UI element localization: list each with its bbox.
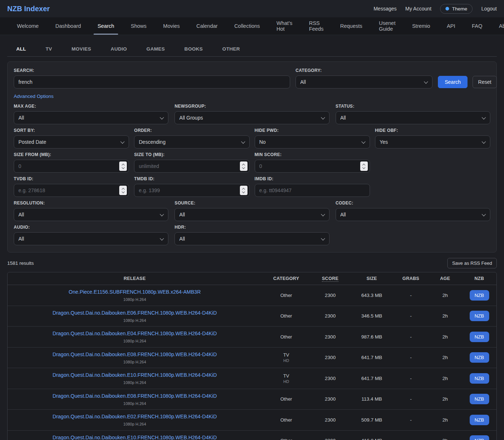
my-account-link[interactable]: My Account [405, 6, 431, 12]
category-tab[interactable]: GAMES [137, 43, 174, 56]
size-cell: 113.4 MB [350, 396, 394, 402]
number-stepper-icon[interactable] [119, 161, 127, 171]
min-score-input[interactable] [255, 160, 370, 173]
size-from-field-group: SIZE FROM (MB): [14, 152, 129, 173]
tmdb-id-input[interactable] [134, 184, 249, 197]
table-row: Dragon.Quest.Dai.no.Daibouken.E04.FRENCH… [8, 327, 496, 348]
nzb-cell: NZB [462, 352, 496, 363]
release-link[interactable]: One.Piece.E1156.SUBFRENCH.1080p.WEB.x264… [69, 289, 201, 295]
grabs-cell: - [394, 438, 428, 440]
release-link[interactable]: Dragon.Quest.Dai.no.Daibouken.E04.FRENCH… [53, 331, 217, 336]
size-from-input[interactable] [14, 160, 129, 173]
release-link[interactable]: Dragon.Quest.Dai.no.Daibouken.E08.FRENCH… [53, 351, 217, 357]
source-select[interactable]: All [175, 208, 329, 221]
order-field-group: ORDER: Descending [134, 128, 249, 148]
newsgroup-select[interactable]: All Groups [175, 111, 329, 124]
category-tab[interactable]: MOVIES [63, 43, 100, 56]
messages-link[interactable]: Messages [374, 6, 397, 12]
number-stepper-icon[interactable] [240, 186, 247, 195]
imdb-id-input[interactable] [255, 184, 370, 197]
category-tab[interactable]: ALL [7, 43, 35, 56]
category-tab[interactable]: AUDIO [102, 43, 136, 56]
nav-item[interactable]: Requests [333, 17, 369, 35]
max-age-label: MAX AGE: [14, 104, 168, 109]
size-cell: 987.6 MB [350, 334, 394, 340]
category-tab[interactable]: OTHER [213, 43, 249, 56]
table-row: Dragon.Quest.Dai.no.Daibouken.E02.FRENCH… [8, 410, 496, 431]
release-link[interactable]: Dragon.Quest.Dai.no.Daibouken.E06.FRENCH… [53, 310, 217, 316]
status-field-group: STATUS: All [336, 104, 490, 124]
nzb-download-button[interactable]: NZB [470, 290, 489, 301]
nav-item[interactable]: API [440, 17, 462, 35]
logout-link[interactable]: Logout [481, 6, 497, 12]
codec-select[interactable]: All [336, 208, 490, 221]
release-link[interactable]: Dragon.Quest.Dai.no.Daibouken.E10.FRENCH… [53, 435, 217, 440]
search-input[interactable] [14, 76, 290, 89]
nav-item[interactable]: Movies [156, 17, 187, 35]
age-cell: 2h [428, 355, 462, 360]
nav-item[interactable]: Collections [227, 17, 267, 35]
nav-item[interactable]: Search [91, 17, 121, 35]
hide-obf-select[interactable]: Yes [375, 135, 490, 148]
hide-obf-field-group: HIDE OBF: Yes [375, 128, 490, 148]
nav-item[interactable]: Shows [124, 17, 154, 35]
nav-item[interactable]: Calendar [190, 17, 225, 35]
sort-by-select[interactable]: Posted Date [14, 135, 129, 148]
audio-select[interactable]: All [14, 232, 168, 245]
size-to-input[interactable] [134, 160, 249, 173]
nzb-cell: NZB [462, 415, 496, 425]
table-row: Dragon.Quest.Dai.no.Daibouken.E10.FRENCH… [8, 368, 496, 389]
number-stepper-icon[interactable] [119, 186, 127, 195]
nzb-download-button[interactable]: NZB [470, 415, 489, 425]
hide-pwd-label: HIDE PWD: [255, 128, 370, 133]
score-cell: 2300 [311, 417, 350, 423]
save-rss-feed-button[interactable]: Save as RSS Feed [447, 258, 497, 268]
codec-field-group: CODEC: All [336, 200, 490, 221]
tvdb-id-label: TVDB ID: [14, 176, 129, 181]
category-select[interactable]: All [296, 76, 432, 89]
brand-title[interactable]: NZB Indexer [7, 5, 50, 13]
nav-item[interactable]: Welcome [10, 17, 46, 35]
search-button[interactable]: Search [438, 76, 468, 88]
number-stepper-icon[interactable] [360, 161, 368, 171]
reset-button[interactable]: Reset [473, 76, 497, 88]
nzb-download-button[interactable]: NZB [470, 332, 489, 342]
hdr-label: HDR: [175, 225, 329, 230]
nav-item[interactable]: RSS Feeds [302, 17, 330, 35]
hide-pwd-select[interactable]: No [255, 135, 370, 148]
tvdb-id-input[interactable] [14, 184, 129, 197]
nav-item[interactable]: FAQ [465, 17, 489, 35]
release-cell: Dragon.Quest.Dai.no.Daibouken.E10.FRENCH… [8, 372, 262, 385]
advanced-options-link[interactable]: Advanced Options [14, 94, 53, 99]
hide-obf-label: HIDE OBF: [375, 128, 490, 133]
release-link[interactable]: Dragon.Quest.Dai.no.Daibouken.E02.FRENCH… [53, 414, 217, 419]
nav-item[interactable]: What's Hot [270, 17, 299, 35]
release-cell: Dragon.Quest.Dai.no.Daibouken.E06.FRENCH… [8, 310, 262, 323]
category-label: CATEGORY: [296, 68, 432, 73]
hdr-select[interactable]: All [175, 232, 329, 245]
theme-toggle-button[interactable]: Theme [440, 4, 473, 14]
grabs-cell: - [394, 355, 428, 360]
nzb-cell: NZB [462, 332, 496, 342]
nzb-download-button[interactable]: NZB [470, 311, 489, 321]
header-age: AGE [428, 276, 462, 281]
nav-item[interactable]: Dashboard [48, 17, 88, 35]
nzb-download-button[interactable]: NZB [470, 435, 489, 440]
nav-item[interactable]: Usenet Guide [372, 17, 402, 35]
max-age-select[interactable]: All [14, 111, 168, 124]
release-link[interactable]: Dragon.Quest.Dai.no.Daibouken.E10.FRENCH… [53, 372, 217, 378]
order-select[interactable]: Descending [134, 135, 249, 148]
nav-item[interactable]: About [492, 17, 504, 35]
resolution-select[interactable]: All [14, 208, 168, 221]
nzb-download-button[interactable]: NZB [470, 352, 489, 363]
nzb-download-button[interactable]: NZB [470, 394, 489, 404]
status-select[interactable]: All [336, 111, 490, 124]
sort-by-field-group: SORT BY: Posted Date [14, 128, 129, 148]
category-tab[interactable]: TV [36, 43, 61, 56]
number-stepper-icon[interactable] [240, 161, 247, 171]
nav-item[interactable]: Stremio [405, 17, 437, 35]
category-tab[interactable]: BOOKS [175, 43, 212, 56]
release-attributes: 1080p H.264 [8, 422, 262, 426]
release-link[interactable]: Dragon.Quest.Dai.no.Daibouken.E08.FRENCH… [53, 393, 217, 399]
nzb-download-button[interactable]: NZB [470, 373, 489, 384]
